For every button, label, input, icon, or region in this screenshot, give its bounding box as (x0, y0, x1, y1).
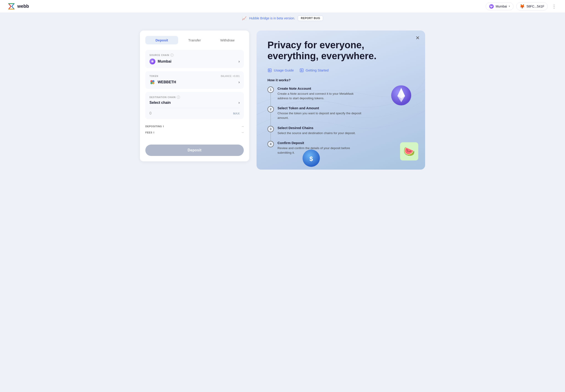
step-3-circle: 3 (267, 126, 274, 132)
max-button[interactable]: MAX (233, 112, 240, 115)
tab-withdraw[interactable]: Withdraw (211, 36, 244, 44)
destination-chain-info-icon[interactable]: i (177, 96, 180, 99)
step-1-desc: Create a Note account and connect it to … (277, 92, 364, 101)
left-panel: Deposit Transfer Withdraw SOURCE CHAIN i… (140, 30, 249, 161)
usage-guide-tab[interactable]: Usage Guide (267, 68, 294, 73)
destination-chain-value: Select chain (149, 101, 171, 105)
amount-row: MAX (149, 108, 240, 115)
destination-inner: DESTINATION CHAIN i Select chain › MAX (149, 96, 240, 115)
token-row[interactable]: WEBBETH › (149, 79, 240, 85)
step-4-content: Confirm Deposit Review and confirm the d… (277, 141, 364, 161)
step-1-content: Create Note Account Create a Note accoun… (277, 86, 364, 106)
destination-chain-chevron-icon: › (239, 101, 240, 105)
nav-right: Mumbai ▾ 🦊 58FC...541F ⋮ (486, 2, 558, 11)
beta-banner: 📈 Hubble Bridge is in beta version. REPO… (0, 13, 565, 24)
step-2-title: Select Token and Amount (277, 106, 364, 110)
getting-started-tab[interactable]: Getting Started (299, 68, 329, 73)
main-content: Deposit Transfer Withdraw SOURCE CHAIN i… (134, 30, 431, 169)
fees-label: FEES i (145, 131, 154, 134)
how-it-works-label: How it works? (267, 78, 414, 82)
step-1-line (270, 93, 271, 106)
getting-started-icon (299, 68, 304, 73)
source-chain-value: Mumbai (149, 58, 171, 64)
ethereum-orb (391, 85, 411, 106)
token-top-row: TOKEN BALANCE: <0.001 (149, 75, 240, 77)
navbar: webb Mumbai ▾ 🦊 58FC...541F ⋮ (0, 0, 565, 13)
step-2-desc: Choose the token you want to deposit and… (277, 111, 364, 120)
step-4-title: Confirm Deposit (277, 141, 364, 145)
report-bug-button[interactable]: REPORT BUG (298, 15, 323, 21)
source-chain-row[interactable]: Mumbai › (149, 58, 240, 64)
guide-tabs: Usage Guide Getting Started (267, 68, 414, 73)
svg-point-6 (152, 82, 155, 84)
depositing-row: DEPOSITING i -- (145, 123, 244, 129)
amount-input[interactable] (149, 111, 195, 115)
token-label: TOKEN (149, 75, 158, 77)
token-value: WEBBETH (149, 79, 176, 85)
token-chevron-icon: › (239, 80, 240, 84)
metamask-icon: 🦊 (520, 4, 525, 9)
right-panel: ✕ Privacy for everyone, everything, ever… (257, 30, 425, 169)
network-icon (489, 4, 494, 9)
destination-chain-value-row: Select chain › (149, 101, 240, 105)
step-4-desc: Review and confirm the details of your d… (277, 146, 364, 155)
destination-chain-label: DESTINATION CHAIN i (149, 96, 240, 99)
webbeth-icon (149, 79, 155, 85)
network-label: Mumbai (495, 5, 507, 8)
step-2-circle: 2 (267, 106, 274, 112)
watermelon-card: 🍉 (400, 142, 418, 160)
beta-banner-text: Hubble Bridge is in beta version. (249, 16, 295, 20)
step-1-circle: 1 (267, 86, 274, 93)
destination-section: DESTINATION CHAIN i Select chain › MAX (145, 92, 244, 119)
depositing-label: DEPOSITING i (145, 125, 164, 128)
step-3-line (270, 132, 271, 141)
tabs: Deposit Transfer Withdraw (145, 36, 244, 44)
chevron-down-icon: ▾ (509, 5, 510, 8)
source-chain-info-icon[interactable]: i (170, 54, 174, 57)
step-3-desc: Select the source and destination chains… (277, 131, 356, 135)
svg-point-1 (491, 5, 492, 6)
source-chain-chevron-icon: › (239, 59, 240, 64)
step-3-content: Select Desired Chains Select the source … (277, 126, 356, 141)
step-2: 2 Select Token and Amount Choose the tok… (267, 106, 414, 126)
fees-value: -- (242, 131, 244, 134)
source-chain-label: SOURCE CHAIN i (149, 54, 240, 57)
depositing-value: -- (242, 125, 244, 128)
step-2-line (270, 112, 271, 126)
step-3: 3 Select Desired Chains Select the sourc… (267, 126, 414, 141)
step-3-title: Select Desired Chains (277, 126, 356, 130)
step-1-title: Create Note Account (277, 86, 364, 90)
source-chain-section: SOURCE CHAIN i Mumbai › (145, 50, 244, 68)
deposit-button[interactable]: Deposit (145, 145, 244, 156)
tab-transfer[interactable]: Transfer (178, 36, 211, 44)
beta-banner-icon: 📈 (242, 16, 246, 20)
blue-coin-orb: $ (302, 149, 320, 167)
depositing-info-icon[interactable]: i (163, 125, 164, 128)
svg-text:$: $ (309, 155, 313, 162)
destination-chain-row[interactable]: DESTINATION CHAIN i Select chain › (149, 96, 240, 108)
info-rows: DEPOSITING i -- FEES i -- (145, 123, 244, 135)
webb-logo-icon (7, 2, 15, 11)
wallet-button[interactable]: 🦊 58FC...541F (516, 2, 548, 11)
token-section: TOKEN BALANCE: <0.001 WEBBETH › (145, 71, 244, 89)
wallet-address: 58FC...541F (526, 5, 544, 8)
close-button[interactable]: ✕ (416, 35, 420, 41)
balance-label: BALANCE: <0.001 (221, 75, 240, 77)
step-2-content: Select Token and Amount Choose the token… (277, 106, 364, 126)
network-button[interactable]: Mumbai ▾ (486, 2, 513, 10)
logo-text: webb (17, 4, 29, 9)
usage-guide-icon (267, 68, 272, 73)
tab-deposit[interactable]: Deposit (145, 36, 178, 44)
fees-info-icon[interactable]: i (154, 131, 155, 134)
step-4: 4 Confirm Deposit Review and confirm the… (267, 141, 414, 161)
fees-row: FEES i -- (145, 129, 244, 135)
more-options-button[interactable]: ⋮ (551, 2, 558, 11)
step-4-circle: 4 (267, 141, 274, 147)
svg-point-2 (151, 60, 154, 63)
mumbai-chain-icon (149, 58, 155, 64)
logo: webb (7, 2, 29, 11)
panel-title: Privacy for everyone, everything, everyw… (267, 40, 381, 62)
